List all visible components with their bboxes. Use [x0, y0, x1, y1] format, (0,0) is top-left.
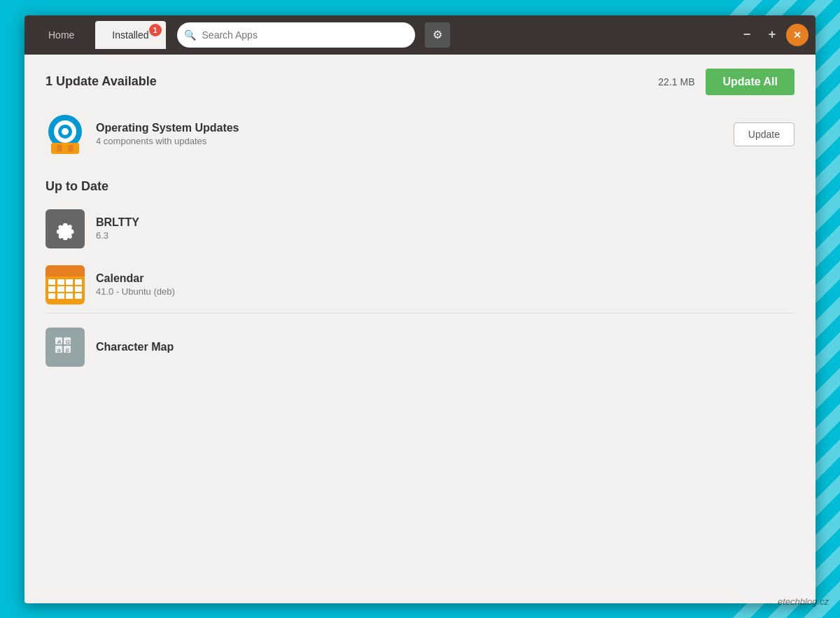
cal-cell [75, 279, 82, 285]
titlebar: Home Installed 1 🔍 ⚙ − + ✕ [24, 15, 816, 55]
cal-cell [75, 293, 82, 299]
svg-text:β: β [66, 347, 69, 353]
search-input[interactable] [177, 22, 415, 48]
gear-icon: ⚙ [433, 28, 442, 41]
search-bar-wrapper: 🔍 [177, 22, 415, 48]
app-item-brltty: BRLTTY 6.3 [46, 201, 794, 257]
updates-header: 1 Update Available 22.1 MB Update All [46, 69, 794, 95]
app-name-os-updates: Operating System Updates [96, 122, 734, 134]
tab-installed[interactable]: Installed 1 [95, 21, 165, 49]
updates-title: 1 Update Available [46, 74, 157, 89]
tab-home[interactable]: Home [31, 21, 91, 49]
app-info-charmap: Character Map [96, 341, 794, 353]
calendar-grid [46, 276, 85, 302]
app-item-calendar: Calendar 41.0 - Ubuntu (deb) [46, 257, 794, 313]
cal-cell [66, 286, 73, 292]
app-icon-popos [46, 115, 85, 154]
uptodate-section-title: Up to Date [46, 179, 794, 194]
svg-rect-6 [68, 145, 74, 152]
maximize-button[interactable]: + [761, 24, 783, 46]
minimize-button[interactable]: − [736, 24, 758, 46]
app-version-brltty: 6.3 [96, 230, 794, 241]
svg-rect-5 [57, 145, 62, 152]
cal-cell [57, 279, 64, 285]
app-item-os-updates: Operating System Updates 4 components wi… [46, 106, 794, 162]
cal-cell [48, 286, 55, 292]
cal-cell [66, 293, 73, 299]
app-item-charmap: A Ω α β Character Map [46, 313, 794, 375]
app-info-os-updates: Operating System Updates 4 components wi… [96, 122, 734, 146]
window-controls: − + ✕ [736, 24, 808, 46]
close-button[interactable]: ✕ [786, 24, 808, 46]
app-name-charmap: Character Map [96, 341, 794, 353]
app-name-brltty: BRLTTY [96, 216, 794, 229]
main-content: 1 Update Available 22.1 MB Update All [24, 55, 816, 603]
app-info-calendar: Calendar 41.0 - Ubuntu (deb) [96, 272, 794, 297]
update-size: 22.1 MB [658, 76, 694, 87]
cal-cell [57, 293, 64, 299]
app-desc-os-updates: 4 components with updates [96, 136, 734, 146]
cal-cell [57, 286, 64, 292]
cal-cell [48, 279, 55, 285]
app-icon-brltty [46, 209, 85, 248]
cal-cell [48, 293, 55, 299]
app-window: Home Installed 1 🔍 ⚙ − + ✕ 1 Update Avai… [24, 15, 816, 603]
svg-text:Ω: Ω [66, 339, 70, 345]
app-info-brltty: BRLTTY 6.3 [96, 216, 794, 241]
update-os-button[interactable]: Update [734, 122, 794, 146]
svg-text:A: A [57, 339, 62, 345]
app-icon-calendar [46, 265, 85, 304]
svg-point-3 [62, 128, 69, 135]
settings-button[interactable]: ⚙ [425, 22, 450, 48]
svg-rect-4 [51, 143, 79, 154]
updates-right: 22.1 MB Update All [658, 69, 794, 95]
cal-cell [75, 286, 82, 292]
app-icon-charmap: A Ω α β [46, 328, 85, 367]
installed-badge: 1 [149, 24, 162, 36]
calendar-header-bar [46, 265, 85, 276]
watermark: etechblog.cz [778, 596, 829, 607]
cal-cell [66, 279, 73, 285]
app-version-calendar: 41.0 - Ubuntu (deb) [96, 286, 794, 297]
app-name-calendar: Calendar [96, 272, 794, 285]
update-all-button[interactable]: Update All [706, 69, 794, 95]
svg-text:α: α [57, 347, 61, 353]
tab-installed-label: Installed [112, 29, 148, 41]
